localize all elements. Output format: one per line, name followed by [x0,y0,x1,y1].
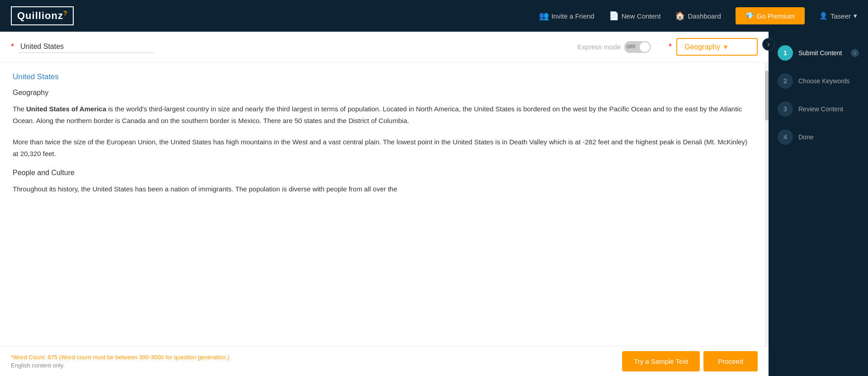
subject-required-star: * [669,42,672,52]
app-header: Quillionz? 👥 Invite a Friend 📄 New Conte… [0,0,868,32]
user-icon: 👤 [819,12,828,20]
step-item-3[interactable]: 3 Review Content [769,95,868,123]
editor-title[interactable]: United States [13,72,754,81]
step-info-icon-1[interactable]: i [851,49,859,57]
user-menu[interactable]: 👤 Taseer ▾ [819,12,857,20]
try-sample-button[interactable]: Try a Sample Text [622,351,700,371]
step-label-1: Submit Content [798,49,845,57]
footer-actions: Try a Sample Text Proceed [622,351,758,371]
diamond-icon: 💎 [745,12,754,20]
step-item-4[interactable]: 4 Done [769,123,868,151]
user-chevron-icon: ▾ [854,12,857,20]
scrollbar-track[interactable] [765,62,769,346]
subject-chevron-icon: ▾ [724,43,727,51]
step-label-4: Done [798,133,813,141]
word-count-info: *Word Count: 875 (Word count must be bet… [11,354,229,369]
new-content-link[interactable]: 📄 New Content [609,11,661,21]
invite-friend-link[interactable]: 👥 Invite a Friend [539,11,594,21]
step-label-3: Review Content [798,105,843,113]
step-item-2[interactable]: 2 Choose Keywords [769,67,868,95]
go-premium-button[interactable]: 💎 Go Premium [736,7,805,24]
logo-container[interactable]: Quillionz? [11,6,74,25]
proceed-button[interactable]: Proceed [703,351,758,371]
step-circle-4: 4 [778,129,793,145]
english-only-text: English content only. [11,362,229,369]
topic-required-star: * [11,42,14,52]
content-area: * Express mode OFF * Geography ▾ United … [0,32,769,376]
toggle-knob [640,42,650,52]
top-bar: * Express mode OFF * Geography ▾ [0,32,769,62]
topic-input[interactable] [19,41,154,53]
subject-label: Geography [684,43,720,51]
paragraph-1: The United States of America is the worl… [13,103,754,127]
sidebar-collapse-button[interactable]: › [762,38,775,51]
paragraph-3: Throughout its history, the United State… [13,183,754,195]
section-heading-people: People and Culture [13,169,754,177]
dashboard-icon: 🏠 [675,11,685,21]
step-circle-1: 1 [778,45,793,61]
subject-dropdown[interactable]: Geography ▾ [676,38,758,56]
express-mode-toggle[interactable]: OFF [624,41,651,53]
paragraph-2: More than twice the size of the European… [13,136,754,160]
bold-usa: United States of America [26,105,106,113]
logo-superscript: ? [63,10,68,17]
collapse-chevron-icon: › [767,40,769,48]
section-heading-geography: Geography [13,89,754,97]
editor-wrapper: United States Geography The United State… [0,62,769,346]
main-container: * Express mode OFF * Geography ▾ United … [0,32,868,376]
step-circle-3: 3 [778,101,793,117]
footer-bar: *Word Count: 875 (Word count must be bet… [0,346,769,376]
step-item-1[interactable]: 1 Submit Content i [769,39,868,67]
right-sidebar: › 1 Submit Content i 2 Choose Keywords 3… [769,32,868,376]
express-mode-group: Express mode OFF [577,41,651,53]
main-nav: 👥 Invite a Friend 📄 New Content 🏠 Dashbo… [539,7,857,24]
editor-scroll-area[interactable]: United States Geography The United State… [0,62,769,346]
invite-icon: 👥 [539,11,549,21]
step-label-2: Choose Keywords [798,77,850,85]
word-count-text: *Word Count: 875 (Word count must be bet… [11,354,229,361]
step-circle-2: 2 [778,73,793,89]
logo-text: Quillionz? [17,10,67,22]
new-content-icon: 📄 [609,11,619,21]
scrollbar-thumb[interactable] [765,71,769,120]
dashboard-link[interactable]: 🏠 Dashboard [675,11,721,21]
express-mode-label: Express mode [577,43,621,51]
toggle-off-text: OFF [627,44,636,49]
